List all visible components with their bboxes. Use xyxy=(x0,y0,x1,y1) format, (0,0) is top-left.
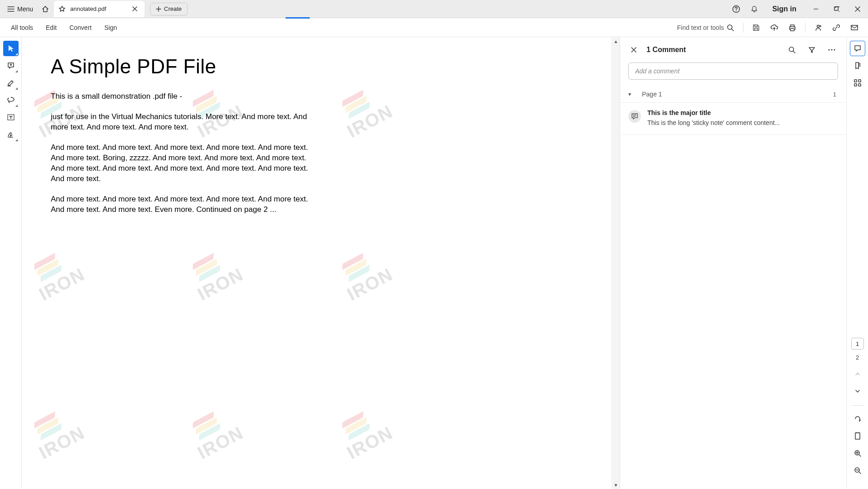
tab-title: annotated.pdf xyxy=(70,5,125,12)
right-rail: 1 2 xyxy=(846,37,868,489)
titlebar: Menu annotated.pdf Create Sign in xyxy=(0,0,868,18)
share-button[interactable] xyxy=(809,20,827,35)
comment-type-icon xyxy=(628,110,641,123)
page-up-button[interactable] xyxy=(850,366,865,382)
help-button[interactable] xyxy=(727,1,745,17)
scroll-up-button[interactable]: ▲ xyxy=(612,37,620,45)
zoom-out-icon xyxy=(854,466,862,475)
paragraph: just for use in the Virtual Mechanics tu… xyxy=(51,112,313,133)
select-tool[interactable] xyxy=(3,41,19,56)
bookmark-icon xyxy=(854,62,862,70)
notifications-button[interactable] xyxy=(745,1,763,17)
comment-icon xyxy=(854,44,862,53)
svg-rect-5 xyxy=(851,25,858,30)
find-tools-button[interactable]: Find text or tools xyxy=(677,24,740,31)
comments-rail-button[interactable] xyxy=(850,41,865,56)
page-down-button[interactable] xyxy=(850,384,865,399)
menu-convert[interactable]: Convert xyxy=(63,21,98,34)
menu-label: Menu xyxy=(17,5,33,13)
create-button[interactable]: Create xyxy=(150,3,188,15)
svg-rect-13 xyxy=(858,80,861,82)
link-button[interactable] xyxy=(827,20,845,35)
grid-icon xyxy=(854,79,862,87)
separator xyxy=(743,23,743,33)
more-icon xyxy=(828,49,835,51)
page-1: IRON IRON IRON IRON IRON IRON IRON IRON … xyxy=(24,37,612,489)
zoom-in-icon xyxy=(854,449,862,457)
close-icon xyxy=(132,6,137,11)
comment-item[interactable]: This is the major title This is the long… xyxy=(620,103,846,135)
save-button[interactable] xyxy=(747,20,765,35)
close-icon xyxy=(631,47,637,53)
print-button[interactable] xyxy=(783,20,801,35)
svg-rect-15 xyxy=(858,84,861,86)
signature-tool[interactable] xyxy=(3,127,19,142)
comments-page-row[interactable]: ▾ Page 1 1 xyxy=(620,86,846,103)
highlight-tool[interactable] xyxy=(3,75,19,91)
zoom-out-button[interactable] xyxy=(850,463,865,478)
document-tab[interactable]: annotated.pdf xyxy=(54,1,145,17)
svg-rect-2 xyxy=(834,7,838,10)
sticky-note-tool[interactable] xyxy=(3,58,19,73)
chevron-down-icon xyxy=(854,388,861,394)
menu-edit[interactable]: Edit xyxy=(39,21,63,34)
more-comments-button[interactable] xyxy=(825,43,838,56)
home-button[interactable] xyxy=(38,1,53,17)
document-title: A Simple PDF File xyxy=(51,55,313,78)
text-box-icon xyxy=(7,113,15,121)
paragraph: And more text. And more text. And more t… xyxy=(51,194,313,215)
chevron-down-icon: ▾ xyxy=(628,91,638,97)
sticky-note-icon xyxy=(631,113,638,120)
svg-point-9 xyxy=(829,49,830,51)
mail-icon xyxy=(850,24,858,32)
page-number-input[interactable]: 1 xyxy=(851,338,864,350)
comments-panel: 1 Comment Add a comment ▾ Page 1 1 This … xyxy=(620,37,846,489)
lasso-icon xyxy=(7,96,15,104)
search-icon xyxy=(788,46,796,53)
bookmarks-rail-button[interactable] xyxy=(850,58,865,73)
draw-tool[interactable] xyxy=(3,92,19,108)
window-maximize-button[interactable] xyxy=(826,0,847,18)
page-row-count: 1 xyxy=(833,91,836,98)
search-comments-button[interactable] xyxy=(786,43,798,56)
signin-button[interactable]: Sign in xyxy=(763,5,805,13)
menu-button[interactable]: Menu xyxy=(3,4,38,14)
scroll-down-button[interactable]: ▼ xyxy=(612,481,620,489)
thumbnails-rail-button[interactable] xyxy=(850,75,865,91)
document-scroll[interactable]: IRON IRON IRON IRON IRON IRON IRON IRON … xyxy=(22,37,612,489)
page-content: A Simple PDF File This is a small demons… xyxy=(24,37,341,252)
zoom-in-button[interactable] xyxy=(850,446,865,461)
paragraph: And more text. And more text. And more t… xyxy=(51,143,313,184)
comment-body: This is the major title This is the long… xyxy=(647,109,780,126)
separator xyxy=(851,405,864,406)
svg-point-10 xyxy=(831,49,833,51)
link-icon xyxy=(832,24,840,32)
fit-page-button[interactable] xyxy=(850,428,865,444)
vertical-scrollbar[interactable]: ▲ ▼ xyxy=(612,37,620,489)
add-comment-input[interactable]: Add a comment xyxy=(628,62,838,80)
filter-comments-button[interactable] xyxy=(805,43,818,56)
menu-all-tools[interactable]: All tools xyxy=(5,21,39,34)
upload-button[interactable] xyxy=(765,20,783,35)
email-button[interactable] xyxy=(845,20,863,35)
highlighter-icon xyxy=(7,79,15,87)
text-box-tool[interactable] xyxy=(3,110,19,125)
fit-page-icon xyxy=(854,432,862,440)
paragraph: This is a small demonstration .pdf file … xyxy=(51,91,313,102)
tab-close-button[interactable] xyxy=(129,4,140,14)
main-area: IRON IRON IRON IRON IRON IRON IRON IRON … xyxy=(0,37,868,489)
rotate-button[interactable] xyxy=(850,411,865,427)
page-row-label: Page 1 xyxy=(638,91,833,98)
comment-add-icon xyxy=(7,62,15,70)
share-people-icon xyxy=(814,24,822,32)
main-toolbar: All tools Edit Convert Sign Find text or… xyxy=(0,18,868,37)
window-close-button[interactable] xyxy=(847,0,868,18)
svg-point-1 xyxy=(736,10,737,11)
close-comments-button[interactable] xyxy=(628,44,639,55)
find-label: Find text or tools xyxy=(677,24,724,31)
menu-sign[interactable]: Sign xyxy=(98,21,123,34)
print-icon xyxy=(788,24,796,32)
svg-rect-16 xyxy=(855,433,860,439)
window-minimize-button[interactable] xyxy=(805,0,826,18)
filter-icon xyxy=(808,46,815,53)
